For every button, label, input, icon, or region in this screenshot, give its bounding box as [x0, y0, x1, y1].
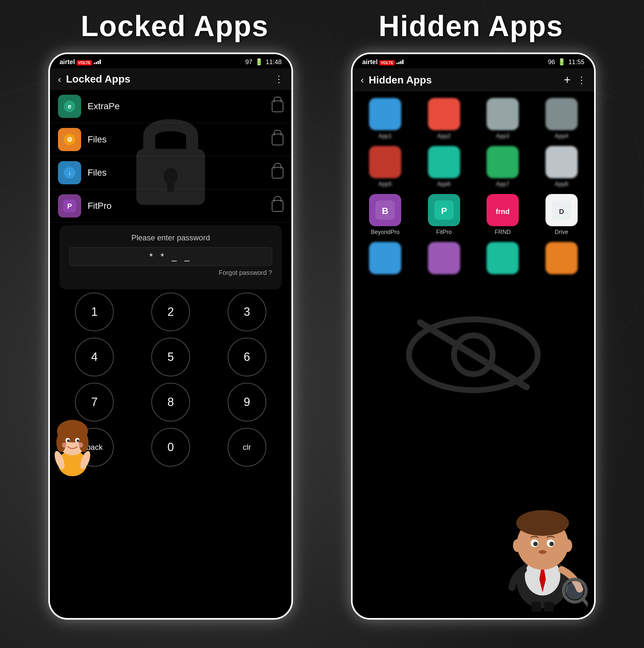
apps-grid-row3: B BeyondPro P FitPro frnd FRND [353, 194, 594, 242]
hidden-app-icon-4 [545, 98, 578, 130]
hidden-app-item-4: App4 [535, 98, 588, 140]
num-btn-1[interactable]: 1 [75, 292, 114, 331]
password-input[interactable]: * * _ _ [69, 247, 272, 266]
extrape-icon: e [58, 95, 81, 118]
num-btn-8[interactable]: 8 [151, 383, 190, 422]
signal-bars-locked [94, 59, 101, 64]
svg-text:⚙: ⚙ [67, 136, 72, 143]
hidden-app-icon-1 [369, 98, 401, 130]
hidden-app-item-10 [418, 242, 470, 274]
app-row-fitpro: P FitPro [50, 190, 291, 223]
hidden-app-icon-10 [428, 242, 460, 274]
fitpro-name: FitPro [87, 201, 272, 211]
extrape-name: ExtraPe [87, 101, 272, 111]
svg-text:D: D [559, 208, 564, 216]
svg-point-18 [67, 439, 69, 442]
more-icon-hidden[interactable]: ⋮ [577, 75, 586, 86]
num-btn-9[interactable]: 9 [228, 383, 266, 422]
battery-icon-locked: 🔋 [255, 58, 263, 66]
svg-point-20 [62, 442, 67, 447]
files-blue-name: Files [87, 168, 272, 178]
hidden-app-icon-6 [428, 146, 460, 178]
hidden-app-item-1: App1 [359, 98, 412, 140]
svg-text:P: P [67, 202, 72, 210]
more-icon-locked[interactable]: ⋮ [274, 74, 283, 85]
files-blue-lock [272, 167, 283, 178]
svg-line-49 [583, 599, 588, 607]
num-btn-6[interactable]: 6 [228, 338, 266, 376]
back-btn-hidden[interactable]: ‹ [361, 74, 364, 86]
svg-point-46 [563, 539, 572, 552]
svg-point-19 [77, 439, 79, 442]
hidden-apps-title: Hidden Apps [369, 74, 564, 86]
network-badge-hidden: VOLTE [379, 60, 395, 65]
hidden-app-icon-3 [486, 98, 519, 130]
svg-point-32 [409, 319, 538, 390]
app-list-locked: e ExtraPe ⚙ Files ↓ Files [50, 90, 291, 225]
apps-grid-row4 [353, 242, 594, 281]
svg-point-33 [454, 335, 493, 374]
num-btn-4[interactable]: 4 [75, 338, 114, 376]
svg-text:B: B [382, 206, 388, 216]
app-row-files-orange: ⚙ Files [50, 123, 291, 156]
fitpro-lock [272, 200, 283, 212]
carrier-hidden: airtel [362, 58, 378, 65]
frnd-label: FRND [494, 229, 511, 235]
apps-grid-row2: App5 App6 App7 App8 [353, 146, 594, 194]
apps-grid-row1: App1 App2 App3 App4 [353, 92, 594, 146]
hidden-app-item-5: App5 [359, 146, 412, 187]
svg-point-43 [549, 542, 554, 546]
title-hidden-apps: Hidden Apps [379, 10, 564, 43]
hidden-app-item-3: App3 [477, 98, 529, 140]
hidden-app-item-2: App2 [418, 98, 470, 140]
svg-point-45 [513, 539, 522, 552]
files-orange-icon: ⚙ [58, 128, 81, 151]
files-orange-lock [272, 134, 283, 145]
svg-point-21 [78, 442, 83, 447]
app-header-hidden: ‹ Hidden Apps + ⋮ [353, 68, 594, 92]
hidden-app-icon-2 [428, 98, 460, 130]
hidden-apps-phone: airtel VOLTE 96 🔋 11:55 ‹ Hidden Apps + [351, 53, 596, 619]
svg-text:e: e [68, 103, 71, 110]
num-btn-2[interactable]: 2 [151, 292, 190, 331]
svg-text:frnd: frnd [496, 208, 510, 216]
svg-point-14 [56, 433, 66, 452]
battery-icon-hidden: 🔋 [558, 58, 566, 66]
num-btn-5[interactable]: 5 [151, 338, 190, 376]
locked-apps-phone: airtel VOLTE 97 🔋 11:48 ‹ Locked Apps ⋮ [48, 53, 293, 619]
hidden-app-item-9 [359, 242, 412, 274]
extrape-lock [272, 101, 283, 112]
title-locked-apps: Locked Apps [81, 10, 269, 43]
hidden-app-icon-9 [369, 242, 401, 274]
hidden-app-item-6: App6 [418, 146, 470, 187]
svg-point-42 [533, 542, 538, 546]
num-btn-0[interactable]: 0 [151, 428, 190, 467]
hidden-app-fitpro2: P FitPro [418, 194, 470, 235]
svg-text:P: P [441, 206, 447, 216]
hidden-eye-overlay [401, 310, 546, 400]
svg-point-48 [566, 582, 584, 600]
password-dialog: Please enter password * * _ _ Forgot pas… [60, 225, 282, 289]
add-icon-hidden[interactable]: + [564, 73, 571, 87]
carrier-locked: airtel [60, 58, 75, 65]
status-bar-hidden: airtel VOLTE 96 🔋 11:55 [353, 54, 594, 68]
girl-mascot [48, 412, 98, 476]
svg-point-44 [539, 550, 546, 554]
back-btn-locked[interactable]: ‹ [58, 74, 61, 85]
fitpro2-icon: P [428, 194, 460, 226]
time-locked: 11:48 [266, 58, 282, 66]
svg-rect-50 [531, 602, 541, 611]
hidden-app-item-7: App7 [477, 146, 529, 187]
hidden-app-item-12 [535, 242, 588, 274]
beyondpro-label: BeyondPro [371, 229, 400, 235]
drive-icon: D [545, 194, 578, 226]
hidden-app-icon-12 [545, 242, 578, 274]
battery-hidden: 96 [548, 58, 555, 66]
app-row-files-blue: ↓ Files [50, 156, 291, 190]
num-btn-clr[interactable]: clr [228, 428, 266, 467]
files-blue-icon: ↓ [58, 161, 81, 184]
fitpro-icon: P [58, 194, 81, 217]
forgot-password-link[interactable]: Forgot password ? [69, 269, 272, 276]
num-btn-3[interactable]: 3 [228, 292, 266, 331]
locked-apps-title: Locked Apps [66, 73, 274, 85]
